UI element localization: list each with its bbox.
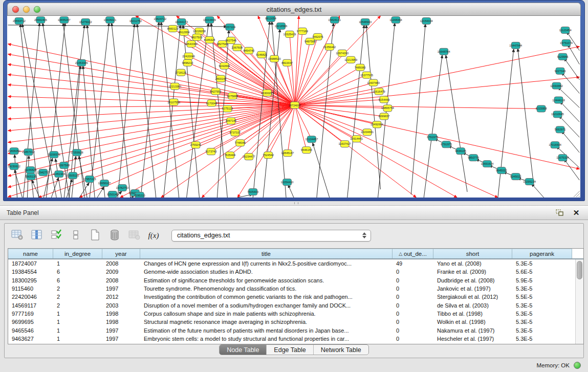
graph-node[interactable]: 17957225 <box>83 176 96 183</box>
graph-node[interactable]: 11616479 <box>373 88 385 95</box>
graph-node[interactable]: 12154334 <box>420 17 433 24</box>
graph-node[interactable]: 10655287 <box>58 16 71 23</box>
graph-node[interactable]: 19218586 <box>275 23 288 29</box>
graph-node[interactable]: 9546155 <box>301 147 312 154</box>
table-select-dropdown[interactable]: citations_edges.txt <box>171 230 371 242</box>
graph-node[interactable]: 2759241 <box>190 142 202 148</box>
table-scrollbar[interactable] <box>575 259 583 344</box>
column-header-name[interactable]: name <box>8 249 53 258</box>
graph-node[interactable]: 2367608 <box>231 44 243 51</box>
graph-node[interactable]: 21806050 <box>8 148 20 155</box>
table-row[interactable]: 1456911722003Disruption of a novel membe… <box>8 301 575 309</box>
graph-node[interactable]: 9173743 <box>206 148 217 155</box>
graph-node[interactable]: 9850779 <box>468 155 479 161</box>
graph-node[interactable]: 8912954 <box>179 29 190 35</box>
graph-node[interactable]: 10325419 <box>284 31 296 37</box>
graph-node[interactable]: 18724007 <box>289 102 301 108</box>
resize-grip-icon[interactable] <box>572 189 580 198</box>
graph-node[interactable]: 11451944 <box>53 171 65 178</box>
graph-node[interactable]: 8660123 <box>167 25 179 32</box>
table-row[interactable]: 977716911998Corpus callosum shape and si… <box>8 310 575 318</box>
graph-node[interactable]: 10543362 <box>185 40 198 47</box>
graph-node[interactable]: 8250149 <box>107 191 118 198</box>
graph-node[interactable]: 21356442 <box>323 43 336 50</box>
graph-node[interactable]: 11248364 <box>389 16 402 23</box>
graph-node[interactable]: 10295234 <box>523 179 536 185</box>
graph-node[interactable]: 11156829 <box>24 167 36 173</box>
graph-node[interactable]: 8791975 <box>441 141 452 148</box>
graph-node[interactable]: 22420046 <box>182 53 195 59</box>
close-panel-button[interactable]: ✕ <box>572 209 581 217</box>
graph-node[interactable]: 9245022 <box>510 173 521 180</box>
graph-node[interactable]: 11675324 <box>556 155 569 161</box>
graph-node[interactable]: 15492664 <box>371 121 383 128</box>
tab-edge-table[interactable]: Edge Table <box>266 345 313 355</box>
graph-node[interactable]: 22204691 <box>361 129 374 136</box>
graph-node[interactable]: 15276022 <box>79 18 92 25</box>
graph-node[interactable]: 20206576 <box>48 151 60 158</box>
tab-network-table[interactable]: Network Table <box>313 345 368 355</box>
table-row[interactable]: 911546021997Tourette syndrome. Phenomeno… <box>8 285 575 293</box>
graph-node[interactable]: 15688520 <box>268 55 281 62</box>
function-builder-button[interactable]: f(x) <box>147 229 160 242</box>
graph-node[interactable]: 10914441 <box>350 136 363 142</box>
graph-node[interactable]: 9497568 <box>304 38 316 45</box>
graph-node[interactable]: 12845187 <box>281 150 294 157</box>
graph-node[interactable]: 10691634 <box>481 161 494 167</box>
graph-node[interactable]: 8813054 <box>265 16 276 21</box>
close-window-button[interactable] <box>12 6 19 13</box>
zoom-window-button[interactable] <box>34 6 40 13</box>
column-header-year[interactable]: year <box>102 249 140 258</box>
graph-node[interactable]: 16958107 <box>98 180 111 187</box>
graph-node[interactable]: 7485083 <box>355 64 366 71</box>
graph-node[interactable]: 18107556 <box>167 99 180 105</box>
graph-node[interactable]: 10974393 <box>336 50 349 56</box>
graph-node[interactable]: 9170046 <box>206 100 217 106</box>
graph-node[interactable]: 9397588 <box>58 162 70 169</box>
graph-node[interactable]: 18300295 <box>261 90 274 96</box>
select-column-button[interactable] <box>30 229 43 242</box>
tab-node-table[interactable]: Node Table <box>220 345 266 355</box>
graph-node[interactable]: 12213959 <box>344 56 357 63</box>
column-header-title[interactable]: title <box>140 249 393 258</box>
graph-node[interactable]: 15751074 <box>560 39 573 46</box>
graph-node[interactable]: 16044173 <box>175 18 188 25</box>
graph-node[interactable]: 7524542 <box>263 152 274 159</box>
graph-node[interactable]: 2718126 <box>176 69 187 76</box>
new-column-button[interactable] <box>89 229 102 242</box>
import-table-button[interactable] <box>127 229 141 242</box>
graph-node[interactable]: 3067145 <box>225 118 236 124</box>
table-row[interactable]: 2242004622012Investigating the contribut… <box>8 293 575 301</box>
float-panel-button[interactable] <box>555 209 564 217</box>
row-height-button[interactable] <box>69 229 82 242</box>
graph-node[interactable]: 9896210 <box>182 59 193 66</box>
graph-node[interactable]: 16033809 <box>203 16 216 23</box>
graph-node[interactable]: 16354410 <box>281 179 294 186</box>
graph-node[interactable]: 9275885 <box>227 93 238 99</box>
graph-node[interactable]: 16154477 <box>243 154 255 160</box>
graph-node[interactable]: 2803144 <box>215 75 227 82</box>
scrollbar-thumb[interactable] <box>577 261 582 279</box>
column-header-pagerank[interactable]: pagerank <box>512 249 572 258</box>
graph-node[interactable]: 18226058 <box>193 28 206 34</box>
graph-node[interactable]: 9827503 <box>191 34 203 40</box>
graph-node[interactable]: 9737337 <box>229 129 241 136</box>
graph-node[interactable]: 12093882 <box>550 82 563 89</box>
graph-node[interactable]: 21053346 <box>75 59 88 66</box>
graph-node[interactable]: 16210645 <box>551 111 564 118</box>
panel-splitter[interactable] <box>0 201 588 205</box>
graph-node[interactable]: 9434105 <box>455 148 466 155</box>
graph-node[interactable]: 8454743 <box>243 47 254 54</box>
column-header-short[interactable]: short <box>433 249 512 258</box>
graph-node[interactable]: 14895754 <box>381 105 394 112</box>
graph-node[interactable]: 12213383 <box>168 83 181 90</box>
graph-node[interactable]: 8186328 <box>204 36 215 43</box>
column-header-out_de[interactable]: △out_de... <box>393 249 433 258</box>
graph-node[interactable]: 6791975 <box>427 134 438 141</box>
minimize-window-button[interactable] <box>23 6 30 13</box>
memory-status-indicator[interactable] <box>574 362 581 369</box>
graph-node[interactable]: 7357224 <box>224 24 235 30</box>
graph-node[interactable]: 8822037 <box>281 59 293 66</box>
graph-node[interactable]: 19150612 <box>8 163 20 170</box>
graph-node[interactable]: 20553712 <box>13 17 26 24</box>
